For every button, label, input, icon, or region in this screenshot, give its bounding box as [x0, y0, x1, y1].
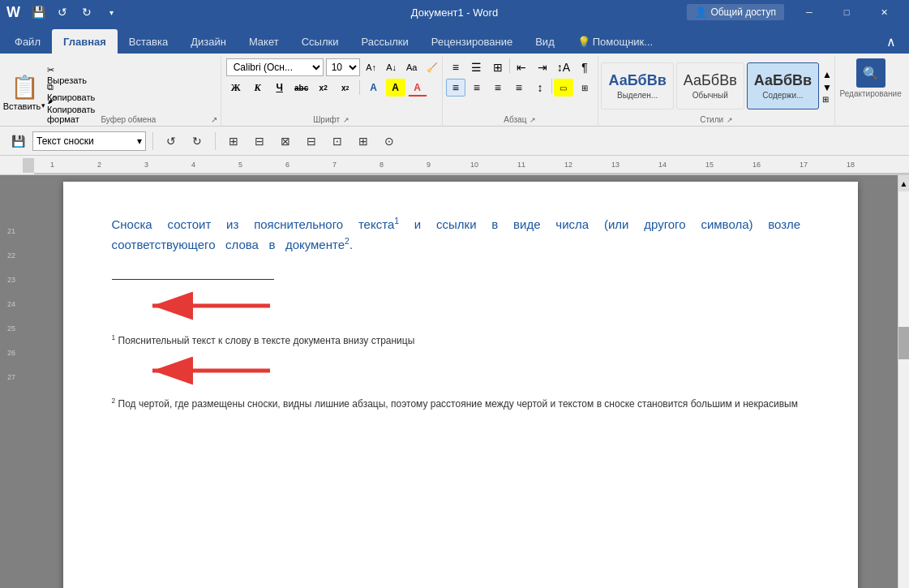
footnote-1: 1 Пояснительный текст к слову в тексте д… — [112, 333, 809, 348]
increase-indent-btn[interactable]: ⇥ — [533, 58, 552, 76]
line-spacing-btn[interactable]: ↕ — [530, 79, 550, 97]
font-size-select[interactable]: 10 — [326, 58, 360, 76]
styles-more-btn[interactable]: ⊞ — [822, 95, 832, 104]
redo-toolbar-btn[interactable]: ↻ — [186, 131, 208, 151]
styles-up-btn[interactable]: ▲ — [822, 69, 832, 80]
view-btn-7[interactable]: ⊙ — [378, 131, 401, 151]
view-btn-1[interactable]: ⊞ — [222, 131, 245, 151]
tab-file[interactable]: Файл — [3, 29, 52, 54]
svg-text:15: 15 — [705, 161, 714, 169]
multilevel-button[interactable]: ⊞ — [488, 58, 508, 76]
quick-redo-btn[interactable]: ↻ — [75, 2, 98, 22]
paragraph-expand-icon[interactable]: ↗ — [530, 116, 536, 124]
style-item-normal[interactable]: АаБбВв Обычный — [676, 62, 744, 109]
style-selector[interactable]: Текст сноски ▾ — [32, 131, 146, 151]
right-scrollbar[interactable]: ▲ ▼ — [898, 175, 909, 588]
sort-btn[interactable]: ↕A — [554, 58, 573, 76]
font-color-btn[interactable]: A — [408, 79, 427, 97]
bold-button[interactable]: Ж — [226, 79, 246, 97]
show-marks-btn[interactable]: ¶ — [575, 58, 594, 76]
font-expand-icon[interactable]: ↗ — [343, 116, 349, 124]
svg-text:12: 12 — [564, 161, 572, 169]
align-left-btn[interactable]: ≡ — [446, 79, 465, 97]
view-btn-5[interactable]: ⊡ — [326, 131, 349, 151]
format-painter-button[interactable]: 🖌 Копировать формат — [44, 101, 99, 118]
view-btn-4[interactable]: ⊟ — [300, 131, 323, 151]
ribbon-tabs: Файл Главная Вставка Дизайн Макет Ссылки… — [0, 24, 909, 54]
quick-save-btn[interactable]: 💾 — [27, 2, 49, 22]
ruler-svg: 1 2 3 4 5 6 7 8 9 10 11 12 13 14 15 16 1… — [34, 156, 909, 175]
clipboard-expand-icon[interactable]: ↗ — [211, 115, 217, 124]
shading-btn[interactable]: ▭ — [554, 79, 573, 97]
paragraph-group-label: Абзац ↗ — [448, 114, 594, 126]
svg-text:10: 10 — [470, 161, 478, 169]
tab-insert[interactable]: Вставка — [118, 29, 179, 54]
numbering-button[interactable]: ☰ — [467, 58, 487, 76]
red-arrow-2-container — [144, 354, 809, 389]
style-preview-2: АаБбВв — [684, 72, 737, 89]
text-effects-btn[interactable]: A — [364, 79, 384, 97]
styles-down-btn[interactable]: ▼ — [822, 82, 832, 93]
paste-button[interactable]: 📋 Вставить ▾ — [6, 58, 42, 126]
tab-mailings[interactable]: Рассылки — [349, 29, 419, 54]
bullets-button[interactable]: ≡ — [446, 58, 465, 76]
maximize-button[interactable]: □ — [828, 0, 865, 24]
borders-btn[interactable]: ⊞ — [575, 79, 594, 97]
tab-review[interactable]: Рецензирование — [420, 29, 524, 54]
tab-layout[interactable]: Макет — [238, 29, 290, 54]
italic-button[interactable]: К — [248, 79, 268, 97]
save-toolbar-btn[interactable]: 💾 — [6, 131, 29, 151]
view-toolbar: 💾 Текст сноски ▾ ↺ ↻ ⊞ ⊟ ⊠ ⊟ ⊡ ⊞ ⊙ — [0, 127, 909, 156]
font-size-decrease-btn[interactable]: A↓ — [383, 58, 401, 76]
underline-button[interactable]: Ч — [270, 79, 289, 97]
tab-references[interactable]: Ссылки — [290, 29, 350, 54]
scroll-up-btn[interactable]: ▲ — [898, 175, 909, 191]
font-size-increase-btn[interactable]: A↑ — [362, 58, 380, 76]
search-button[interactable]: 🔍 — [856, 58, 885, 88]
font-name-select[interactable]: Calibri (Осн... — [226, 58, 324, 76]
editing-group: 🔍 Редактирование — [835, 57, 906, 126]
style-item-content[interactable]: АаБбВв Содержи... — [747, 62, 819, 109]
align-buttons-row: ≡ ≡ ≡ ≡ ↕ ▭ ⊞ — [446, 79, 594, 97]
editing-content: 🔍 — [856, 58, 885, 88]
strikethrough-button[interactable]: abc — [292, 79, 311, 97]
share-button[interactable]: 👤 Общий доступ — [687, 4, 784, 20]
tab-helper[interactable]: 💡 Помощник... — [566, 29, 664, 54]
list-buttons-row: ≡ ☰ ⊞ ⇤ ⇥ ↕A ¶ — [446, 58, 594, 76]
separator — [551, 79, 552, 93]
minimize-button[interactable]: ─ — [791, 0, 828, 24]
view-btn-3[interactable]: ⊠ — [274, 131, 297, 151]
styles-expand-icon[interactable]: ↗ — [727, 116, 733, 124]
font-format-row: Ж К Ч abc x2 x2 A A A — [226, 79, 427, 97]
ribbon-collapse-btn[interactable]: ∧ — [877, 29, 906, 54]
close-button[interactable]: ✕ — [865, 0, 903, 24]
share-label: Общий доступ — [710, 6, 776, 18]
style-preview-3: АаБбВв — [754, 72, 812, 89]
align-center-btn[interactable]: ≡ — [467, 79, 487, 97]
view-btn-2[interactable]: ⊟ — [248, 131, 271, 151]
document-page[interactable]: Сноска состоит из пояснительного текста1… — [63, 182, 858, 588]
svg-text:16: 16 — [752, 161, 761, 169]
quick-more-btn[interactable]: ▾ — [100, 2, 122, 22]
subscript-button[interactable]: x2 — [314, 79, 333, 97]
quick-undo-btn[interactable]: ↺ — [51, 2, 74, 22]
scroll-thumb[interactable] — [898, 327, 909, 359]
cut-button[interactable]: ✂ Вырезать — [44, 67, 99, 84]
clear-format-btn[interactable]: 🧹 — [423, 58, 441, 76]
style-item-selected[interactable]: АаБбВв Выделен... — [601, 62, 673, 109]
decrease-indent-btn[interactable]: ⇤ — [512, 58, 531, 76]
view-btn-6[interactable]: ⊞ — [352, 131, 375, 151]
justify-btn[interactable]: ≡ — [509, 79, 529, 97]
change-case-btn[interactable]: Aa — [403, 58, 421, 76]
text-highlight-btn[interactable]: A — [386, 79, 405, 97]
tab-home[interactable]: Главная — [52, 29, 118, 54]
svg-text:1: 1 — [50, 161, 54, 169]
superscript-button[interactable]: x2 — [336, 79, 355, 97]
tab-view[interactable]: Вид — [524, 29, 566, 54]
ribbon-content: 📋 Вставить ▾ ✂ Вырезать ⧉ Копировать 🖌 К… — [0, 54, 909, 127]
align-right-btn[interactable]: ≡ — [488, 79, 508, 97]
tab-design[interactable]: Дизайн — [179, 29, 238, 54]
ruler-row-27: 27 — [7, 373, 15, 381]
font-group: Calibri (Осн... 10 A↑ A↓ Aa 🧹 Ж К Ч abc … — [221, 57, 443, 126]
undo-toolbar-btn[interactable]: ↺ — [160, 131, 182, 151]
